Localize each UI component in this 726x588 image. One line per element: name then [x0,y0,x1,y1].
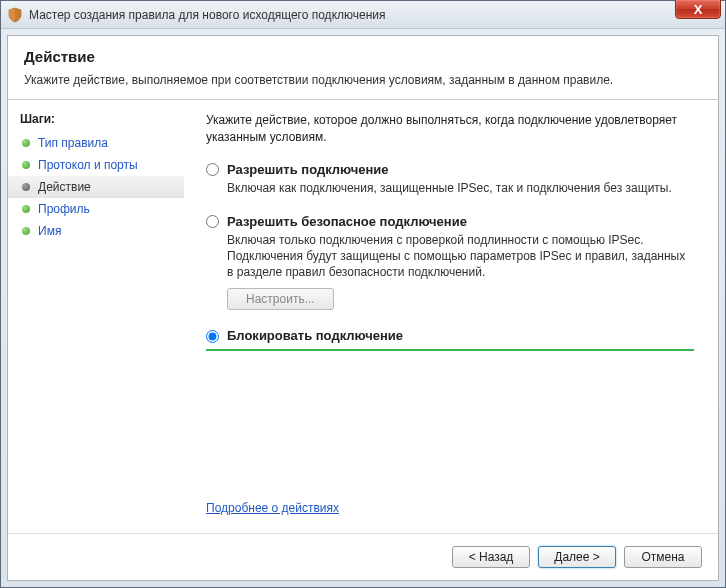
bullet-icon [22,227,30,235]
radio-block[interactable] [206,330,219,343]
option-allow-secure: Разрешить безопасное подключение Включая… [206,214,694,311]
app-icon [7,7,23,23]
page-header: Действие Укажите действие, выполняемое п… [8,36,718,100]
option-allow-secure-desc: Включая только подключения с проверкой п… [227,232,694,281]
steps-heading: Шаги: [8,108,184,132]
window-title: Мастер создания правила для нового исход… [29,8,719,22]
page-title: Действие [24,48,702,65]
step-profile[interactable]: Профиль [8,198,184,220]
option-allow-row[interactable]: Разрешить подключение [206,162,694,177]
bullet-icon [22,161,30,169]
option-allow-desc: Включая как подключения, защищенные IPSe… [227,180,694,196]
next-button[interactable]: Далее > [538,546,616,568]
footer: < Назад Далее > Отмена [8,533,718,580]
back-button[interactable]: < Назад [452,546,530,568]
radio-allow[interactable] [206,163,219,176]
content-pane: Действие Укажите действие, выполняемое п… [7,35,719,581]
close-button[interactable]: X [675,0,721,19]
option-block: Блокировать подключение [206,328,694,351]
step-action[interactable]: Действие [8,176,184,198]
bullet-icon [22,183,30,191]
bullet-icon [22,205,30,213]
learn-more-link[interactable]: Подробнее о действиях [206,501,694,515]
step-label: Протокол и порты [38,158,138,172]
main-panel: Укажите действие, которое должно выполня… [184,100,718,533]
cancel-button[interactable]: Отмена [624,546,702,568]
option-allow-secure-title: Разрешить безопасное подключение [227,214,467,229]
option-allow-secure-row[interactable]: Разрешить безопасное подключение [206,214,694,229]
step-rule-type[interactable]: Тип правила [8,132,184,154]
step-name[interactable]: Имя [8,220,184,242]
instruction-text: Укажите действие, которое должно выполня… [206,112,694,146]
step-label: Тип правила [38,136,108,150]
customize-button: Настроить... [227,288,334,310]
step-label: Действие [38,180,91,194]
titlebar: Мастер создания правила для нового исход… [1,1,725,29]
option-block-title: Блокировать подключение [227,328,403,343]
option-block-row[interactable]: Блокировать подключение [206,328,694,343]
steps-sidebar: Шаги: Тип правила Протокол и порты Дейст… [8,100,184,533]
step-label: Имя [38,224,61,238]
radio-allow-secure[interactable] [206,215,219,228]
wizard-window: Мастер создания правила для нового исход… [0,0,726,588]
step-protocol-ports[interactable]: Протокол и порты [8,154,184,176]
option-allow: Разрешить подключение Включая как подклю… [206,162,694,196]
bullet-icon [22,139,30,147]
body: Шаги: Тип правила Протокол и порты Дейст… [8,100,718,533]
step-label: Профиль [38,202,90,216]
option-allow-title: Разрешить подключение [227,162,389,177]
page-description: Укажите действие, выполняемое при соотве… [24,73,702,87]
